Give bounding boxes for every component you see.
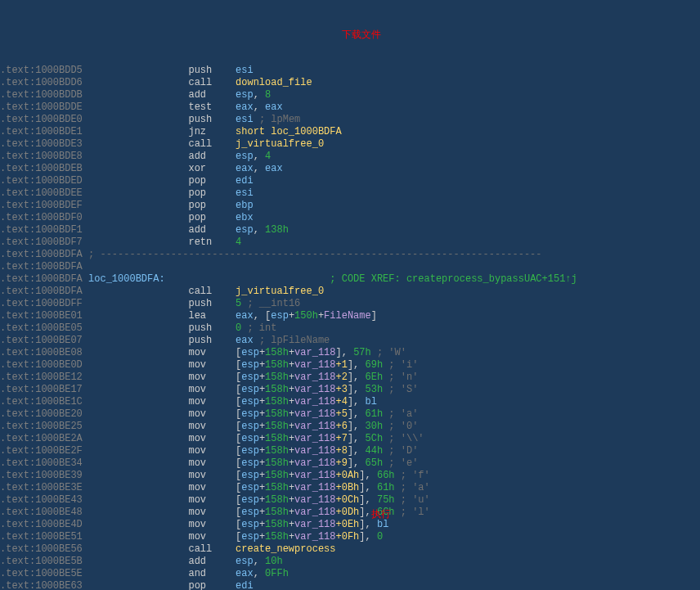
- operand-off: +3: [336, 384, 348, 395]
- asm-line: .text:1000BDED pop edi: [0, 175, 700, 187]
- code-xref: ; CODE XREF: createprocess_bypassUAC+151…: [330, 273, 577, 285]
- mnemonic: mov: [188, 457, 236, 469]
- mnemonic: pop: [188, 175, 236, 187]
- operand-var: var_118: [294, 396, 335, 408]
- operand-txt: +: [289, 396, 294, 408]
- operand-num: 138h: [265, 224, 289, 236]
- inline-char-comment: ; 'n': [383, 372, 418, 383]
- operand-reg: esp: [236, 89, 254, 101]
- inline-char-comment: ; '0': [383, 421, 418, 432]
- section-address: .text:1000BDDB: [0, 89, 83, 101]
- mnemonic: mov: [188, 347, 236, 358]
- operand-num: 0: [377, 531, 383, 543]
- operand-num: 65h: [366, 457, 384, 469]
- operand-txt: ,: [254, 151, 265, 162]
- asm-line: .text:1000BE25 mov [esp+158h+var_118+6],…: [0, 421, 700, 433]
- section-address: .text:1000BDE0: [0, 114, 83, 125]
- mnemonic: mov: [188, 396, 236, 408]
- operand-off: +0Fh: [336, 531, 360, 543]
- operand-txt: +: [289, 310, 294, 322]
- operand-txt: +: [259, 531, 265, 543]
- operand-txt: ],: [348, 433, 366, 444]
- separator-line: ; --------------------------------------…: [83, 249, 542, 260]
- operand-reg: eax: [265, 101, 283, 113]
- asm-line: .text:1000BE07 push eax ; lpFileName: [0, 335, 700, 347]
- operand-reg: eax: [265, 163, 283, 174]
- operand-var: var_118: [294, 433, 335, 444]
- operand-txt: +: [289, 359, 294, 371]
- mnemonic: jnz: [188, 126, 236, 137]
- operand-var: var_118: [294, 457, 335, 469]
- operand-txt: +: [259, 482, 265, 493]
- asm-line: .text:1000BE3E mov [esp+158h+var_118+0Bh…: [0, 482, 700, 494]
- operand-txt: +: [289, 531, 294, 543]
- operand-func: j_virtualfree_0: [236, 286, 324, 297]
- operand-txt: ],: [348, 396, 366, 408]
- operand-num: 158h: [265, 494, 289, 506]
- operand-txt: +: [289, 494, 294, 506]
- inline-char-comment: ; '\\': [383, 433, 424, 444]
- operand-reg: eax: [236, 101, 254, 113]
- asm-line: .text:1000BDE8 add esp, 4: [0, 151, 700, 163]
- operand-txt: +: [259, 519, 265, 530]
- asm-line: .text:1000BDD6 call download_file: [0, 77, 700, 89]
- section-address: .text:1000BE01: [0, 310, 83, 322]
- mnemonic: pop: [188, 187, 236, 199]
- operand-var: FileName: [324, 310, 371, 322]
- operand-txt: ,: [254, 89, 265, 101]
- mnemonic: mov: [188, 384, 236, 395]
- mnemonic: mov: [188, 470, 236, 481]
- operand-var: var_118: [294, 507, 335, 518]
- mnemonic: add: [188, 556, 236, 567]
- section-address: .text:1000BDED: [0, 175, 83, 187]
- operand-reg: esp: [241, 396, 259, 408]
- operand-reg: esp: [241, 445, 259, 457]
- operand-var: var_118: [294, 494, 335, 506]
- comment: ; lpMem: [259, 114, 300, 125]
- operand-off: +0Ch: [336, 494, 360, 506]
- operand-num: 158h: [265, 433, 289, 444]
- mnemonic: mov: [188, 433, 236, 444]
- mnemonic: call: [188, 77, 236, 88]
- operand-txt: +: [289, 347, 294, 358]
- operand-num: 158h: [265, 470, 289, 481]
- operand-off: +7: [336, 433, 348, 444]
- operand-num: 69h: [366, 359, 384, 371]
- asm-line: .text:1000BDF1 add esp, 138h: [0, 224, 700, 236]
- operand-reg: esp: [241, 408, 259, 420]
- operand-txt: +: [259, 396, 265, 408]
- operand-off: +0Bh: [336, 482, 360, 493]
- operand-txt: +: [289, 384, 294, 395]
- section-address: .text:1000BDEB: [0, 163, 83, 174]
- operand-func: create_newprocess: [236, 543, 335, 555]
- operand-reg: esp: [241, 457, 259, 469]
- location-label: loc_1000BDFA:: [88, 273, 165, 285]
- asm-line: .text:1000BDF7 retn 4: [0, 236, 700, 249]
- operand-txt: +: [289, 457, 294, 469]
- operand-reg: eax: [236, 568, 254, 579]
- section-address: .text:1000BE4D: [0, 519, 83, 530]
- operand-reg: esp: [241, 421, 259, 432]
- section-address: .text:1000BDFA: [0, 273, 83, 285]
- mnemonic: mov: [188, 421, 236, 432]
- section-address: .text:1000BE48: [0, 507, 83, 518]
- operand-num: 66h: [377, 470, 395, 481]
- operand-num: 158h: [265, 519, 289, 530]
- mnemonic: call: [188, 543, 236, 555]
- operand-num: 53h: [366, 384, 384, 395]
- mnemonic: mov: [188, 519, 236, 530]
- mnemonic: retn: [188, 236, 236, 248]
- section-address: .text:1000BE07: [0, 335, 83, 346]
- operand-reg: esp: [241, 519, 259, 530]
- operand-reg: esp: [241, 359, 259, 371]
- operand-num: 8: [265, 89, 271, 101]
- mnemonic: push: [188, 65, 236, 76]
- section-address: .text:1000BDFA: [0, 286, 83, 297]
- mnemonic: and: [188, 568, 236, 579]
- mnemonic: mov: [188, 482, 236, 493]
- operand-reg: esp: [241, 482, 259, 493]
- operand-reg: eax: [236, 335, 254, 346]
- asm-line: .text:1000BE12 mov [esp+158h+var_118+2],…: [0, 372, 700, 384]
- section-address: .text:1000BDF0: [0, 212, 83, 223]
- section-address: .text:1000BDFF: [0, 298, 83, 309]
